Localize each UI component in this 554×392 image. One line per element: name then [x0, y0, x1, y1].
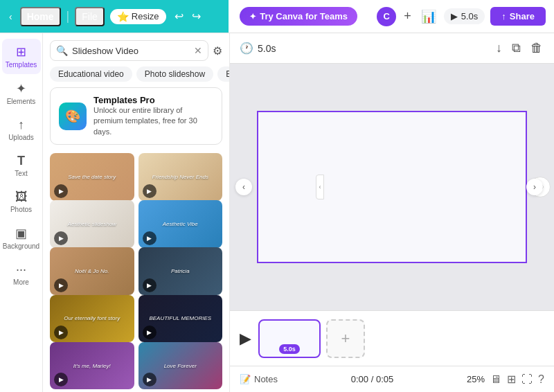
template-card-6[interactable]: Patricia ▶ [138, 247, 223, 294]
filter-button[interactable]: ⚙ [213, 44, 222, 57]
play-icon: ▶ [451, 11, 458, 21]
zoom-level: 25% [467, 374, 485, 384]
template-card-8[interactable]: BEAUTIFUL MEMORIES ▶ [138, 295, 223, 342]
play-overlay-5: ▶ [54, 278, 68, 292]
nav-divider: | [66, 9, 70, 24]
grid-view-button[interactable]: ⊞ [507, 373, 516, 386]
template-card-2[interactable]: Friendship Never Ends ▶ [138, 153, 223, 200]
top-nav: ‹ Home | File ⭐ Resize ↩ ↪ ✦ Try Canva f… [0, 0, 554, 33]
resize-label: Resize [132, 11, 159, 21]
sidebar-item-templates[interactable]: ⊞ Templates [2, 39, 41, 74]
fullscreen-button[interactable]: ⛶ [521, 373, 533, 386]
pro-icon: 🎨 [59, 103, 87, 130]
tag-more[interactable]: B... [217, 66, 229, 82]
canvas-frame: ↻ [257, 111, 527, 263]
clear-search-icon[interactable]: ✕ [194, 45, 202, 56]
file-button[interactable]: File [75, 7, 105, 26]
pro-banner[interactable]: 🎨 Templates Pro Unlock our entire librar… [50, 87, 222, 145]
search-box[interactable]: 🔍 ✕ [50, 40, 208, 61]
monitor-view-button[interactable]: 🖥 [490, 373, 501, 386]
back-button[interactable]: ‹ [7, 9, 15, 24]
sidebar-label-templates: Templates [6, 61, 37, 69]
time-display: 🕐 5.0s [240, 42, 276, 55]
template-card-7[interactable]: Our eternally font story ▶ [50, 295, 134, 342]
play-overlay-8: ▶ [143, 326, 157, 339]
uploads-icon: ↑ [18, 118, 24, 132]
pro-subtitle: Unlock our entire library of premium tem… [93, 105, 213, 137]
notes-icon: 📝 [240, 374, 251, 384]
redo-button[interactable]: ↪ [189, 8, 204, 24]
template-card-3[interactable]: Aesthetic slideshow ▶ [50, 200, 134, 247]
resize-button[interactable]: ⭐ Resize [110, 9, 166, 24]
timeline-area: ▶ 5.0s + [230, 310, 554, 366]
view-controls: 25% 🖥 ⊞ ⛶ ? [467, 373, 544, 386]
template-card-1[interactable]: Save the date story ▶ [50, 153, 134, 200]
sidebar-item-background[interactable]: ▣ Background [2, 220, 41, 256]
templates-icon: ⊞ [16, 44, 26, 60]
template-card-5[interactable]: Noël & Jo No. ▶ [50, 247, 134, 294]
undo-redo-group: ↩ ↪ [172, 8, 204, 24]
share-icon: ↑ [501, 11, 506, 21]
search-input[interactable] [72, 46, 190, 56]
canvas-inner [258, 112, 526, 262]
timeline-clip-1[interactable]: 5.0s [258, 319, 321, 358]
share-label: Share [510, 11, 535, 21]
templates-panel: 🔍 ✕ ⚙ Educational video Photo slideshow … [43, 33, 230, 392]
sidebar-item-elements[interactable]: ✦ Elements [2, 75, 41, 111]
play-overlay-1: ▶ [54, 184, 68, 198]
play-overlay-4: ▶ [143, 231, 157, 245]
search-icon: 🔍 [56, 45, 68, 56]
photos-icon: 🖼 [15, 190, 28, 204]
sidebar-item-more[interactable]: ··· More [2, 257, 41, 292]
template-card-4[interactable]: Aesthetic Vibe ▶ [138, 200, 223, 247]
play-overlay-2: ▶ [143, 184, 157, 198]
nav-left: ‹ Home | File ⭐ Resize ↩ ↪ [0, 0, 229, 33]
canvas-top-actions: ↓ ⧉ 🗑 [494, 39, 544, 57]
tag-educational[interactable]: Educational video [50, 66, 132, 82]
nav-center: ✦ Try Canva for Teams [229, 7, 368, 26]
try-canva-button[interactable]: ✦ Try Canva for Teams [240, 7, 357, 26]
timecode: 0:00 / 0:05 [351, 374, 393, 384]
delete-button[interactable]: 🗑 [529, 39, 544, 57]
timeline-clips: 5.0s + [258, 319, 544, 358]
undo-button[interactable]: ↩ [172, 8, 186, 24]
canva-star-icon: ✦ [249, 12, 256, 21]
duplicate-button[interactable]: ⧉ [510, 39, 522, 57]
clock-icon: 🕐 [240, 42, 253, 55]
elements-icon: ✦ [16, 81, 26, 96]
avatar[interactable]: C [377, 7, 396, 26]
tag-photo-slideshow[interactable]: Photo slideshow [136, 66, 213, 82]
play-control-button[interactable]: ▶ [240, 330, 251, 348]
template-card-9[interactable]: It's me, Marley! ▶ [50, 342, 134, 389]
play-time-badge[interactable]: ▶ 5.0s [444, 8, 485, 24]
share-button[interactable]: ↑ Share [490, 7, 546, 26]
try-canva-label: Try Canva for Teams [260, 11, 348, 21]
play-time-label: 5.0s [461, 11, 479, 21]
home-button[interactable]: Home [20, 7, 61, 26]
sidebar-label-background: Background [3, 242, 39, 250]
panel-tags: Educational video Photo slideshow B... [43, 66, 229, 87]
pro-icon-symbol: 🎨 [65, 109, 80, 124]
chart-icon-button[interactable]: 📊 [419, 7, 438, 26]
download-button[interactable]: ↓ [494, 39, 503, 57]
panel-search-area: 🔍 ✕ ⚙ [43, 33, 229, 66]
template-grid: Save the date story ▶ Friendship Never E… [43, 150, 229, 392]
main-layout: ⊞ Templates ✦ Elements ↑ Uploads T Text … [0, 33, 554, 392]
play-overlay-3: ▶ [54, 231, 68, 245]
notes-button[interactable]: 📝 Notes [240, 374, 278, 384]
sidebar-item-uploads[interactable]: ↑ Uploads [2, 112, 41, 147]
background-icon: ▣ [15, 226, 27, 241]
canvas-workspace: ‹ ↻ › ‹ [230, 64, 554, 310]
help-button[interactable]: ? [538, 373, 544, 386]
sidebar-label-text: Text [15, 170, 27, 177]
scroll-left-button[interactable]: ‹ [235, 179, 252, 195]
add-clip-button[interactable]: + [326, 319, 365, 358]
scroll-right-button[interactable]: › [526, 179, 543, 195]
add-icon-button[interactable]: + [402, 7, 413, 26]
sidebar-label-uploads: Uploads [8, 134, 34, 141]
collapse-handle[interactable]: ‹ [316, 175, 324, 199]
play-overlay-10: ▶ [143, 373, 157, 386]
template-card-10[interactable]: Love Forever ▶ [138, 342, 223, 389]
sidebar-item-photos[interactable]: 🖼 Photos [2, 184, 41, 219]
sidebar-item-text[interactable]: T Text [2, 148, 41, 183]
